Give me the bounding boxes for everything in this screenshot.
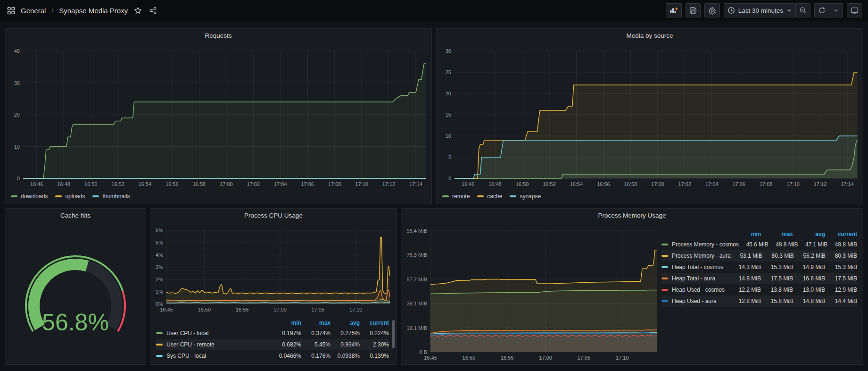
legend-stat-value: 2.30% [360, 341, 389, 348]
legend-row[interactable]: User CPU - local0.197%0.374%0.275%0.224% [156, 328, 389, 339]
legend-stat-header[interactable]: max [761, 231, 793, 237]
legend-series-name[interactable]: Heap Used - cosmos [661, 287, 729, 293]
legend-swatch [661, 266, 668, 268]
zoom-out-button[interactable] [795, 3, 810, 17]
legend-stat-header[interactable]: current [825, 231, 857, 237]
panel-title[interactable]: Cache hits [5, 212, 146, 219]
refresh-button[interactable] [814, 3, 829, 17]
legend-swatch [156, 332, 163, 334]
legend-series-name[interactable]: User CPU - remote [156, 341, 272, 348]
x-axis-label: 16:54 [139, 181, 152, 187]
series-line [166, 237, 390, 294]
x-axis-label: 17:00 [273, 307, 287, 312]
y-axis-label: 95.4 MiB [407, 228, 427, 234]
x-axis-label: 17:06 [301, 181, 314, 187]
legend-series-name[interactable]: Heap Total - cosmos [661, 264, 729, 270]
legend-label: uploads [65, 193, 85, 200]
legend-series-name[interactable]: User CPU - local [156, 330, 272, 337]
star-icon[interactable] [132, 5, 143, 16]
legend-row[interactable]: Heap Used - aura12.8 MiB15.8 MiB14.8 MiB… [661, 295, 857, 307]
legend-series-name[interactable]: Sys CPU - local [156, 353, 272, 359]
legend-scrollbar[interactable] [392, 320, 395, 348]
x-axis-label: 17:00 [539, 355, 552, 361]
x-axis-label: 16:52 [111, 181, 124, 187]
legend-series-name[interactable]: Heap Used - aura [661, 298, 729, 304]
legend-item[interactable]: cache [477, 193, 502, 200]
share-icon[interactable] [148, 5, 158, 16]
requests-chart[interactable]: 16:4616:4816:5016:5216:5416:5616:5817:00… [5, 29, 431, 192]
legend-series-name[interactable]: Process Memory - aura [661, 253, 731, 259]
legend-row[interactable]: Heap Total - cosmos14.3 MiB15.3 MiB14.9 … [661, 261, 857, 273]
legend-series-name[interactable]: Heap Total - aura [661, 275, 729, 282]
legend-stat-header[interactable]: min [729, 231, 761, 237]
legend-swatch [156, 344, 163, 346]
plus-icon [675, 8, 678, 10]
x-axis-label: 16:50 [84, 181, 98, 187]
legend-row[interactable]: Process Memory - aura53.1 MiB80.3 MiB56.… [661, 250, 857, 261]
legend-stat-value: 5.45% [301, 341, 331, 348]
legend-item[interactable]: downloads [11, 193, 48, 200]
kiosk-mode-button[interactable] [847, 3, 862, 17]
dashboard-title[interactable]: Synapse Media Proxy [59, 7, 128, 15]
refresh-group [814, 3, 843, 17]
legend-stat-value: 12.9 MiB [825, 287, 857, 293]
legend-stat-value: 45.6 MiB [739, 241, 769, 248]
legend-stat-value: 12.2 MiB [729, 287, 761, 293]
legend-stat-value: 48.8 MiB [827, 241, 857, 248]
apps-grid-icon[interactable] [6, 5, 16, 16]
y-axis-label: 0 [17, 176, 20, 181]
refresh-interval-button[interactable] [829, 3, 843, 17]
chevron-down-icon [786, 8, 792, 13]
legend-stat-value: 17.5 MiB [761, 275, 793, 282]
legend-row[interactable]: Process Memory - cosmos45.6 MiB48.8 MiB4… [661, 239, 857, 250]
legend-stat-value: 80.3 MiB [762, 253, 794, 259]
legend-stat-header[interactable]: avg [331, 320, 360, 326]
legend-stat-value: 0.374% [301, 330, 331, 337]
y-axis-label: 57.2 MiB [407, 277, 427, 282]
dashboard-settings-button[interactable] [704, 3, 720, 17]
legend-item[interactable]: thumbnails [92, 193, 130, 200]
chevron-down-icon [833, 8, 839, 13]
legend-item[interactable]: synapse [510, 193, 541, 200]
cpu-chart[interactable]: 16:4516:5016:5517:0017:0517:100%1%2%3%4%… [150, 209, 397, 313]
legend-row[interactable]: User CPU - remote0.682%5.45%0.934%2.30% [156, 339, 389, 350]
legend-stat-value: 0.0938% [331, 353, 360, 359]
legend-item[interactable]: uploads [55, 193, 85, 200]
legend-item[interactable]: remote [442, 193, 470, 200]
panel-process-cpu: Process CPU Usage 16:4516:5016:5517:0017… [150, 208, 397, 365]
save-dashboard-button[interactable] [686, 3, 701, 17]
legend-swatch [661, 244, 668, 245]
legend-stat-value: 0.176% [301, 353, 331, 359]
monitor-icon [851, 7, 859, 15]
panel-process-memory: Process Memory Usage 16:4516:5016:5517:0… [401, 208, 863, 365]
legend-row[interactable]: Heap Used - cosmos12.2 MiB13.8 MiB13.0 M… [661, 284, 857, 295]
legend-stat-header[interactable]: max [301, 320, 331, 326]
legend-stat-header[interactable]: current [360, 320, 389, 326]
legend-stat-header[interactable]: min [272, 320, 301, 326]
x-axis-label: 17:00 [220, 181, 233, 187]
x-axis-label: 16:48 [57, 181, 70, 187]
add-panel-button[interactable] [666, 3, 682, 17]
y-axis-label: 2% [156, 277, 163, 282]
legend-swatch [510, 195, 516, 197]
legend-stat-value: 53.1 MiB [731, 253, 762, 259]
legend-stat-value: 0.197% [272, 330, 301, 337]
legend-row[interactable]: Heap Total - aura14.8 MiB17.5 MiB16.6 Mi… [661, 273, 857, 284]
legend-series-name[interactable]: Process Memory - cosmos [661, 241, 739, 248]
requests-legend: downloadsuploadsthumbnails [11, 193, 130, 200]
x-axis-label: 16:46 [30, 181, 43, 187]
memory-chart[interactable]: 16:4516:5016:5517:0017:0517:100 B19.1 Mi… [401, 209, 660, 365]
legend-swatch [661, 300, 668, 302]
legend-row[interactable]: Sys CPU - local0.0466%0.176%0.0938%0.139… [156, 350, 389, 362]
x-axis-label: 17:14 [841, 181, 854, 187]
legend-stat-header[interactable]: avg [793, 231, 825, 237]
legend-stat-value: 0.682% [272, 341, 301, 348]
cache-hits-gauge[interactable]: 56.8% [5, 220, 146, 362]
breadcrumb-section[interactable]: General [21, 7, 46, 15]
legend-stat-value: 47.1 MiB [798, 241, 828, 248]
legend-stat-value: 0.275% [331, 330, 360, 337]
time-range-picker[interactable]: Last 30 minutes [724, 3, 796, 17]
legend-stat-value: 16.6 MiB [793, 275, 825, 282]
panel-cache-hits: Cache hits 56.8% [5, 208, 146, 365]
media-chart[interactable]: 16:4616:4816:5016:5216:5416:5616:5817:00… [437, 29, 863, 192]
